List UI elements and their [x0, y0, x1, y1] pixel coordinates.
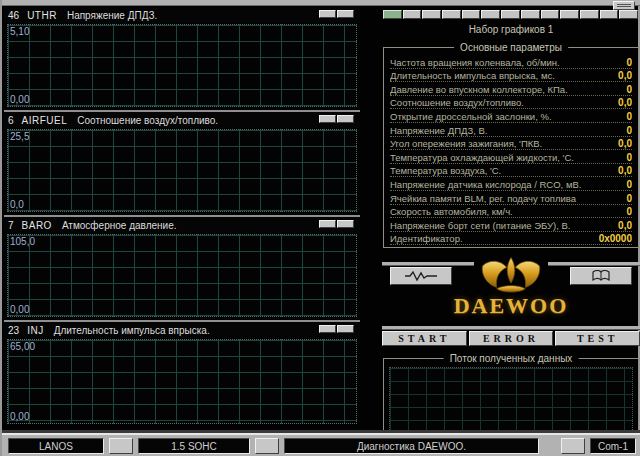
data-stream-title: Поток полученных данных — [444, 353, 579, 364]
chart-number: 46 — [8, 10, 19, 21]
chart-title: Соотношение воздух/топливо. — [77, 115, 218, 126]
minimize-icon — [617, 4, 631, 7]
param-label: Напряжение датчика кислорода / RCO, мВ. — [390, 179, 581, 190]
param-value: 0x0000 — [599, 233, 632, 244]
chart-number: 7 — [8, 220, 14, 231]
param-row: Угол опережения зажигания, 'ПКВ. 0,0 — [390, 137, 632, 151]
chart-plot-area: 25,5 0,0 — [7, 129, 357, 212]
chart-scale-button-2[interactable] — [337, 325, 354, 333]
start-button[interactable]: START — [382, 331, 467, 346]
param-row: Скорость автомобиля, км/ч. 0 — [390, 205, 632, 219]
param-row: Частота вращения коленвала, об/мин. 0 — [390, 55, 632, 69]
chart-header: 23 INJ Длительность импульса впрыска. — [4, 322, 360, 338]
graph-set-tab-7[interactable] — [501, 10, 520, 19]
param-row: Давление во впускном коллекторе, КПа. 0 — [390, 82, 632, 96]
chart-panel-inj: 23 INJ Длительность импульса впрыска. 65… — [4, 322, 360, 427]
chart-header-buttons — [318, 115, 354, 123]
param-label: Давление во впускном коллекторе, КПа. — [390, 84, 568, 95]
graph-set-tab-13[interactable] — [619, 10, 638, 19]
chart-header: 46 UTHR Напряжение ДПДЗ. — [4, 7, 360, 23]
chart-number: 6 — [8, 115, 14, 126]
control-panel: Набор графиков 1 Основные параметры Част… — [382, 8, 640, 430]
param-row: Температура воздуха, 'С. 0,0 — [390, 164, 632, 178]
y-axis-min-label: 0,00 — [10, 304, 29, 315]
chart-panel-baro: 7 BARO Атмосферное давление. 105,0 0,00 — [4, 217, 360, 322]
graph-set-title: Набор графиков 1 — [469, 24, 554, 35]
chart-title: Атмосферное давление. — [62, 220, 177, 231]
y-axis-max-label: 5,10 — [10, 26, 29, 37]
param-label: Идентификатор. — [390, 233, 463, 244]
param-value: 0 — [626, 179, 632, 190]
chart-scale-button-2[interactable] — [337, 10, 354, 18]
param-value: 0,0 — [618, 138, 632, 149]
param-label: Температура охлаждающей жидкости, 'С. — [390, 152, 574, 163]
error-button[interactable]: ERROR — [469, 331, 554, 346]
chart-scale-button-1[interactable] — [319, 220, 336, 228]
chart-scale-button-1[interactable] — [319, 115, 336, 123]
test-button[interactable]: TEST — [555, 331, 640, 346]
param-label: Напряжение борт сети (питание ЭБУ), В. — [390, 220, 570, 231]
graph-set-tab-6[interactable] — [481, 10, 500, 19]
engine-select-button[interactable] — [255, 438, 279, 454]
action-buttons: START ERROR TEST — [382, 331, 640, 346]
data-stream-plot — [389, 367, 633, 440]
chart-scale-button-1[interactable] — [319, 10, 336, 18]
param-value: 0 — [626, 206, 632, 217]
graph-set-tab-4[interactable] — [442, 10, 461, 19]
y-axis-min-label: 0,0 — [10, 199, 24, 210]
daewoo-emblem-icon — [475, 256, 547, 296]
chart-header: 6 AIRFUEL Соотношение воздух/топливо. — [4, 112, 360, 128]
graph-set-tab-3[interactable] — [422, 10, 441, 19]
chart-header-buttons — [318, 10, 354, 18]
graph-set-tab-2[interactable] — [403, 10, 422, 19]
param-value: 0,0 — [618, 97, 632, 108]
chart-code: INJ — [27, 325, 44, 336]
param-label: Напряжение ДПДЗ, В. — [390, 125, 487, 136]
graph-set-tab-11[interactable] — [580, 10, 599, 19]
chart-scale-button-1[interactable] — [319, 325, 336, 333]
param-row: Температура охлаждающей жидкости, 'С. 0 — [390, 150, 632, 164]
status-bar: LANOS 1.5 SOHC Диагностика DAEWOO. Com-1 — [2, 433, 640, 456]
brand-wordmark: DAEWOO — [436, 296, 586, 316]
chart-panel-airfuel: 6 AIRFUEL Соотношение воздух/топливо. 25… — [4, 112, 360, 217]
param-label: Ячейкиа памяти BLM, рег. подачу топлива — [390, 193, 576, 204]
param-value: 0 — [626, 111, 632, 122]
charts-column: 46 UTHR Напряжение ДПДЗ. 5,10 0,00 6 AIR… — [4, 7, 360, 428]
graph-set-tabs — [383, 10, 639, 19]
param-label: Соотношение воздух/топливо. — [390, 97, 524, 108]
param-row: Ячейкиа памяти BLM, рег. подачу топлива … — [390, 191, 632, 205]
y-axis-max-label: 65,00 — [10, 341, 35, 352]
graph-set-tab-1[interactable] — [383, 10, 402, 19]
graph-set-tab-9[interactable] — [541, 10, 560, 19]
chart-panel-uthr: 46 UTHR Напряжение ДПДЗ. 5,10 0,00 — [4, 7, 360, 112]
y-axis-min-label: 0,00 — [10, 411, 29, 422]
manual-button[interactable] — [570, 267, 632, 285]
params-group-title: Основные параметры — [454, 42, 568, 53]
y-axis-max-label: 105,0 — [10, 236, 35, 247]
graph-set-tab-12[interactable] — [600, 10, 619, 19]
param-label: Скорость автомобиля, км/ч. — [390, 206, 513, 217]
chart-code: AIRFUEL — [22, 115, 68, 126]
chart-plot-area: 5,10 0,00 — [7, 24, 357, 107]
param-value: 0 — [626, 57, 632, 68]
open-book-icon — [592, 270, 610, 282]
graph-set-box: Набор графиков 1 — [383, 22, 639, 37]
param-value: 0 — [626, 84, 632, 95]
param-value: 0 — [626, 125, 632, 136]
status-com-port: Com-1 — [590, 438, 636, 454]
waveform-icon — [404, 270, 438, 282]
chart-plot-area: 105,0 0,00 — [7, 234, 357, 317]
chart-number: 23 — [8, 325, 19, 336]
graph-set-tab-10[interactable] — [560, 10, 579, 19]
com-port-button[interactable] — [561, 438, 585, 454]
model-select-button[interactable] — [109, 438, 133, 454]
graph-set-tab-8[interactable] — [521, 10, 540, 19]
status-engine: 1.5 SOHC — [138, 438, 250, 454]
param-row: Длительность импульса впрыска, мс. 0,0 — [390, 69, 632, 83]
chart-scale-button-2[interactable] — [337, 115, 354, 123]
graph-set-tab-5[interactable] — [462, 10, 481, 19]
brand-area: DAEWOO — [382, 256, 640, 322]
window-top-strip — [2, 0, 640, 6]
param-row: Напряжение датчика кислорода / RCO, мВ. … — [390, 177, 632, 191]
chart-scale-button-2[interactable] — [337, 220, 354, 228]
